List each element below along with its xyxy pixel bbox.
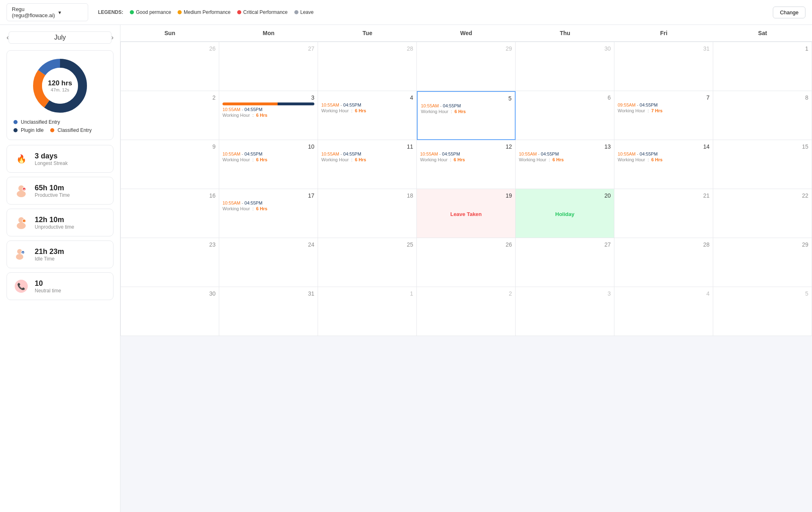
chart-mins: 47m. 12s (48, 87, 72, 92)
svg-point-6 (17, 191, 26, 197)
stat-streak: 🔥 3 days Longest Streak (7, 145, 113, 173)
calendar-cell[interactable]: 26 (417, 238, 516, 287)
cell-time: 10:55AM - 04:55PM (519, 151, 611, 156)
month-nav: ‹ July › (7, 31, 113, 44)
cell-working-hours: Working Hour : 6 Hrs (222, 206, 314, 211)
header-tue: Tue (318, 25, 417, 41)
cell-date: 1 (321, 290, 413, 297)
streak-icon: 🔥 (13, 151, 29, 167)
donut-legends: Unclassified Entry Plugin Idle Classifie… (13, 119, 107, 133)
chevron-down-icon: ▾ (58, 9, 83, 16)
header-mon: Mon (219, 25, 318, 41)
calendar-cell[interactable]: 1 (318, 287, 417, 336)
calendar-cell[interactable]: 28 (614, 238, 713, 287)
calendar-cell[interactable]: 24 (219, 238, 318, 287)
stat-idle: 2 21h 23m Idle Time (7, 240, 113, 268)
calendar-cell[interactable]: 1210:55AM - 04:55PMWorking Hour : 6 Hrs (417, 140, 516, 189)
calendar-cell[interactable]: 4 (614, 287, 713, 336)
change-button[interactable]: Change (773, 7, 805, 18)
cell-working-hours: Working Hour : 6 Hrs (421, 109, 512, 114)
calendar-cell[interactable]: 29 (417, 42, 516, 91)
calendar-cell[interactable]: 5 (713, 287, 812, 336)
legend-leave: Leave (294, 9, 314, 15)
neutral-label: Neutral time (35, 288, 61, 294)
calendar-cell[interactable]: 6 (516, 91, 614, 140)
legend-medium: Medium Performance (178, 9, 231, 15)
calendar-cell[interactable]: 310:55AM - 04:55PMWorking Hour : 6 Hrs (219, 91, 318, 140)
calendar-cell[interactable]: 1010:55AM - 04:55PMWorking Hour : 6 Hrs (219, 140, 318, 189)
calendar-cell[interactable]: 410:55AM - 04:55PMWorking Hour : 6 Hrs (318, 91, 417, 140)
leave-dot (294, 10, 298, 14)
calendar-cell[interactable]: 27 (219, 42, 318, 91)
calendar-cell[interactable]: 27 (516, 238, 614, 287)
calendar-grid: 26272829303112310:55AM - 04:55PMWorking … (120, 42, 812, 336)
cell-date: 4 (321, 94, 413, 101)
calendar-cell[interactable]: 23 (120, 238, 219, 287)
legend-plugin-idle: Plugin Idle (13, 127, 44, 133)
cell-time: 10:55AM - 04:55PM (421, 103, 512, 108)
stat-neutral: 📞 10 Neutral time (7, 272, 113, 300)
cell-date: 2 (124, 94, 216, 101)
cell-date: 20 (519, 192, 611, 199)
stat-productive: ♥ 65h 10m Productive Time (7, 177, 113, 205)
calendar-cell[interactable]: 510:55AM - 04:55PMWorking Hour : 6 Hrs (417, 91, 516, 140)
svg-text:📞: 📞 (17, 283, 25, 290)
svg-point-14 (16, 254, 23, 260)
calendar-cell[interactable]: 28 (318, 42, 417, 91)
cell-date: 26 (420, 241, 512, 248)
next-month-button[interactable]: › (111, 34, 113, 41)
cell-date: 26 (124, 45, 216, 52)
calendar-cell[interactable]: 1710:55AM - 04:55PMWorking Hour : 6 Hrs (219, 189, 318, 238)
calendar-cell[interactable]: 1310:55AM - 04:55PMWorking Hour : 6 Hrs (516, 140, 614, 189)
calendar-cell[interactable]: 1110:55AM - 04:55PMWorking Hour : 6 Hrs (318, 140, 417, 189)
calendar-cell[interactable]: 21 (614, 189, 713, 238)
legends-bar: LEGENDS: Good permance Medium Performanc… (98, 9, 763, 15)
user-selector[interactable]: Regu (regu@flowace.ai) ▾ (7, 3, 88, 21)
legend-unclassified: Unclassified Entry (13, 119, 107, 125)
calendar-cell[interactable]: 18 (318, 189, 417, 238)
legends-title: LEGENDS: (98, 9, 123, 15)
cell-date: 11 (321, 143, 413, 150)
calendar-cell[interactable]: 15 (713, 140, 812, 189)
cell-date: 22 (716, 192, 808, 199)
unproductive-icon: ! (13, 215, 29, 230)
calendar-cell[interactable]: 30 (516, 42, 614, 91)
calendar-cell[interactable]: 1 (713, 42, 812, 91)
chart-hrs: 120 hrs (48, 79, 72, 87)
calendar-cell[interactable]: 26 (120, 42, 219, 91)
calendar-cell[interactable]: 29 (713, 238, 812, 287)
calendar-cell[interactable]: 3 (516, 287, 614, 336)
calendar-cell[interactable]: 709:55AM - 04:55PMWorking Hour : 7 Hrs (614, 91, 713, 140)
cell-date: 5 (421, 95, 512, 102)
cell-date: 6 (519, 94, 611, 101)
chart-card: 120 hrs 47m. 12s Unclassified Entry Plug… (7, 50, 113, 140)
calendar-cell[interactable]: 2 (417, 287, 516, 336)
cell-date: 29 (716, 241, 808, 248)
calendar-cell[interactable]: 2 (120, 91, 219, 140)
good-dot (130, 10, 134, 14)
svg-text:♥: ♥ (23, 188, 25, 191)
calendar-cell[interactable]: 22 (713, 189, 812, 238)
calendar-cell[interactable]: 9 (120, 140, 219, 189)
calendar-cell[interactable]: 19Leave Taken (417, 189, 516, 238)
calendar-cell[interactable]: 20Holiday (516, 189, 614, 238)
cell-date: 28 (618, 241, 710, 248)
critical-label: Critical Performance (243, 9, 288, 15)
calendar-cell[interactable]: 25 (318, 238, 417, 287)
donut-chart: 120 hrs 47m. 12s (31, 57, 89, 114)
calendar-cell[interactable]: 16 (120, 189, 219, 238)
calendar-cell[interactable]: 1410:55AM - 04:55PMWorking Hour : 6 Hrs (614, 140, 713, 189)
productive-label: Productive Time (35, 192, 70, 198)
sidebar: ‹ July › (0, 25, 120, 512)
cell-working-hours: Working Hour : 6 Hrs (618, 157, 710, 162)
calendar-cell[interactable]: 31 (219, 287, 318, 336)
calendar-cell[interactable]: 8 (713, 91, 812, 140)
cell-time: 10:55AM - 04:55PM (420, 151, 512, 156)
calendar-cell[interactable]: 30 (120, 287, 219, 336)
calendar-cell[interactable]: 31 (614, 42, 713, 91)
cell-date: 19 (420, 192, 512, 199)
medium-label: Medium Performance (184, 9, 231, 15)
cell-date: 27 (519, 241, 611, 248)
good-label: Good permance (136, 9, 171, 15)
cell-date: 1 (716, 45, 808, 52)
